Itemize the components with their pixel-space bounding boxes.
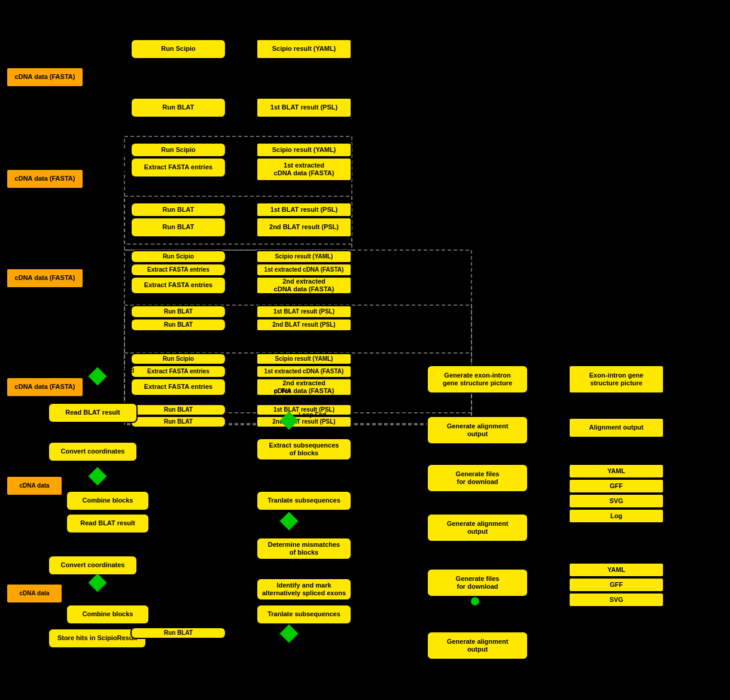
cdna-data-3: cDNA data (FASTA) xyxy=(6,268,84,288)
convert-coords-1: Convert coordinates xyxy=(48,442,138,462)
svg-line-16 xyxy=(528,426,568,430)
run-scipio-4: Run Scipio xyxy=(130,353,226,365)
exon-intron-output: Exon-intron genestructure picture xyxy=(568,365,664,394)
svg-output-1: SVG xyxy=(568,494,664,509)
generate-alignment-2: Generate alignmentoutput xyxy=(427,513,528,542)
svg-output-2: SVG xyxy=(568,592,664,607)
gff-output-1: GFF xyxy=(568,479,664,494)
cdna-extracted-2a: 1st extracted cDNA (FASTA) xyxy=(256,263,352,276)
svg-line-18 xyxy=(528,478,568,486)
extract-fasta-3a: Extract FASTA entries xyxy=(130,365,226,378)
generate-files-2: Generate filesfor download xyxy=(427,568,528,597)
determine-mismatches: Determine mismatchesof blocks xyxy=(256,537,352,560)
generate-alignment-1: Generate alignmentoutput xyxy=(427,416,528,445)
convert-coords-2: Convert coordinates xyxy=(48,555,138,576)
scipio-result-4: Scipio result (YAML) xyxy=(256,353,352,365)
run-blat-4b: Run BLAT xyxy=(130,416,226,428)
run-scipio-2: Run Scipio xyxy=(130,142,226,157)
svg-line-22 xyxy=(528,583,568,585)
svg-line-7 xyxy=(84,77,130,108)
svg-line-13 xyxy=(226,209,256,212)
combine-blocks-1: Combine blocks xyxy=(66,491,150,511)
run-blat-2a: Run BLAT xyxy=(130,202,226,217)
translate-subseq-2: Tranlate subsequences xyxy=(256,604,352,625)
loop-for-label: p: Forh block xyxy=(274,388,295,401)
scipio-result-3: Scipio result (YAML) xyxy=(256,250,352,263)
cdna-extracted-2b: 2nd extractedcDNA data (FASTA) xyxy=(256,276,352,294)
generate-alignment-3: Generate alignmentoutput xyxy=(427,631,528,660)
blat-result-3b: 2nd BLAT result (PSL) xyxy=(256,318,352,331)
cdna-data-2: cDNA data (FASTA) xyxy=(6,169,84,189)
yaml-output-1: YAML xyxy=(568,464,664,479)
combine-blocks-2: Combine blocks xyxy=(66,604,150,625)
log-output: Log xyxy=(568,509,664,524)
blat-result-2b: 2nd BLAT result (PSL) xyxy=(256,217,352,238)
translate-subseq-1: Tranlate subsequences xyxy=(256,491,352,511)
cdna-data-4: cDNA data (FASTA) xyxy=(6,377,84,397)
run-scipio-node-1: Run Scipio xyxy=(130,39,226,59)
svg-line-23 xyxy=(528,583,568,599)
svg-line-21 xyxy=(528,570,568,583)
generate-files-1: Generate filesfor download xyxy=(427,464,528,492)
blat-result-2a: 1st BLAT result (PSL) xyxy=(256,202,352,217)
run-blat-3b: Run BLAT xyxy=(130,318,226,331)
blat-result-1: 1st BLAT result (PSL) xyxy=(256,98,352,118)
run-blat-1: Run BLAT xyxy=(130,98,226,118)
run-blat-bottom: Run BLAT xyxy=(130,627,226,639)
diamond-loop-end-1 xyxy=(88,367,107,385)
gff-output-2: GFF xyxy=(568,577,664,592)
loops-end-label-3: Loops End xyxy=(299,625,330,631)
svg-line-17 xyxy=(528,471,568,478)
loops-end-label-2: Loops End xyxy=(299,512,330,519)
scipio-result-2: Scipio result (YAML) xyxy=(256,142,352,157)
cdna-data-6: cDNA data xyxy=(6,583,63,604)
cdna-data-1: cDNA data (FASTA) xyxy=(6,67,84,87)
read-blat-result-2: Read BLAT result xyxy=(66,513,150,534)
diamond-3 xyxy=(88,573,107,592)
cdna-extracted-3a: 1st extracted cDNA (FASTA) xyxy=(256,365,352,378)
scipio-result-yaml-1: Scipio result (YAML) xyxy=(256,39,352,59)
extract-subseq: Extract subsequencesof blocks xyxy=(256,438,352,461)
yaml-output-2: YAML xyxy=(568,562,664,577)
cdna-data-5: cDNA data xyxy=(6,476,63,496)
svg-line-9 xyxy=(84,150,130,179)
generate-exon-intron: Generate exon-introngene structure pictu… xyxy=(427,365,528,394)
loop-end-label-1: loop: End xyxy=(107,367,134,374)
run-blat-4a: Run BLAT xyxy=(130,404,226,416)
extract-fasta-3b: Extract FASTA entries xyxy=(130,378,226,396)
cdna-extracted-1: 1st extractedcDNA data (FASTA) xyxy=(256,157,352,181)
identify-mark: Identify and markalternatively spliced e… xyxy=(256,578,352,601)
run-blat-3a: Run BLAT xyxy=(130,305,226,318)
diamond-loops-end-2 xyxy=(279,512,298,530)
loops-end-label-1: Loop End xyxy=(299,412,326,418)
svg-line-12 xyxy=(226,165,256,168)
alignment-output-1: Alignment output xyxy=(568,418,664,438)
cdna-extracted-3b: 2nd extractedcDNA data (FASTA) xyxy=(256,378,352,396)
extract-fasta-2b: Extract FASTA entries xyxy=(130,276,226,294)
svg-line-20 xyxy=(528,516,568,528)
blat-result-3a: 1st BLAT result (PSL) xyxy=(256,305,352,318)
extract-fasta-2a: Extract FASTA entries xyxy=(130,263,226,276)
run-scipio-3a: Run Scipio xyxy=(130,250,226,263)
read-blat-result-1: Read BLAT result xyxy=(48,403,138,423)
diamond-2 xyxy=(88,467,107,485)
svg-line-5 xyxy=(84,49,130,77)
svg-line-11 xyxy=(84,168,130,179)
flowchart: Run Scipio Scipio result (YAML) cDNA dat… xyxy=(0,0,730,700)
extract-fasta-1: Extract FASTA entries xyxy=(130,157,226,178)
run-blat-2b: Run BLAT xyxy=(130,217,226,238)
svg-line-19 xyxy=(528,478,568,501)
diamond-loops-end-3 xyxy=(279,624,298,643)
indicator-circle xyxy=(471,597,479,605)
